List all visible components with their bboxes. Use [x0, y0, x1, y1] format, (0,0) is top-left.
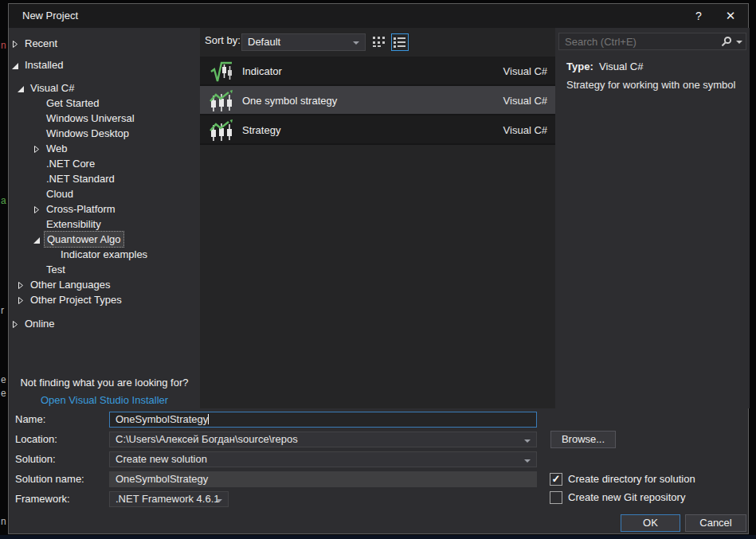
search-input[interactable]	[559, 33, 715, 49]
tree-indent	[33, 115, 44, 123]
search-icon[interactable]	[720, 35, 733, 50]
collapsed-arrow-icon[interactable]	[11, 320, 22, 328]
expanded-arrow-icon[interactable]	[33, 236, 44, 244]
tree-indent	[33, 221, 44, 228]
tree-indent	[33, 130, 44, 138]
open-installer-link[interactable]: Open Visual Studio Installer	[9, 394, 200, 406]
type-label: Type:	[566, 61, 593, 72]
sidebar-item-label: Test	[44, 262, 68, 277]
list-icon	[393, 35, 407, 49]
search-box	[558, 33, 746, 50]
text-caret	[208, 414, 209, 424]
sidebar-item-cloud[interactable]: Cloud	[9, 186, 200, 201]
template-name: Indicator	[242, 57, 282, 86]
collapsed-arrow-icon[interactable]	[17, 296, 28, 304]
indicator-icon	[210, 60, 233, 84]
browse-button[interactable]: Browse...	[550, 431, 616, 448]
background-text-fragment: n	[1, 516, 6, 527]
sidebar-item-other-project-types[interactable]: Other Project Types	[9, 292, 200, 307]
template-language: Visual C#	[503, 57, 547, 86]
location-combobox[interactable]: C:\Users\Алексей Богдан\source\repos	[109, 432, 537, 447]
sidebar-item-label: Cloud	[44, 186, 76, 201]
list-view-button[interactable]	[391, 33, 409, 51]
framework-label: Framework:	[15, 491, 70, 507]
template-row-indicator[interactable]: IndicatorVisual C#	[200, 57, 555, 86]
details-panel: Type: Visual C# Strategy for working wit…	[555, 28, 750, 408]
sidebar-item-test[interactable]: Test	[9, 262, 200, 277]
collapsed-arrow-icon[interactable]	[11, 40, 22, 48]
cancel-button[interactable]: Cancel	[685, 514, 746, 532]
search-options-chevron-icon[interactable]	[736, 41, 742, 44]
create-directory-label: Create directory for solution	[568, 473, 695, 486]
close-icon[interactable]: ✕	[718, 4, 743, 28]
chevron-down-icon	[524, 439, 531, 443]
solution-combobox[interactable]: Create new solution	[109, 451, 537, 467]
not-finding-text: Not finding what you are looking for?	[9, 377, 200, 389]
sidebar-item-label: Get Started	[44, 96, 101, 111]
dialog-title: New Project	[22, 4, 78, 28]
expanded-arrow-icon[interactable]	[17, 84, 28, 92]
ok-button[interactable]: OK	[621, 514, 680, 532]
create-git-repo-label: Create new Git repository	[568, 491, 685, 504]
indicator-icon	[210, 60, 233, 84]
sort-by-label: Sort by:	[205, 32, 241, 49]
create-directory-checkbox[interactable]	[550, 473, 562, 486]
sidebar-item-other-languages[interactable]: Other Languages	[9, 277, 200, 292]
sidebar-item-get-started[interactable]: Get Started	[9, 96, 200, 111]
tree-indent	[33, 100, 44, 107]
background-text-fragment: n	[1, 40, 6, 51]
sidebar-item-label: Other Project Types	[28, 292, 124, 307]
sidebar-item-windows-universal[interactable]: Windows Universal	[9, 111, 200, 126]
template-row-one-symbol-strategy[interactable]: One symbol strategyVisual C#	[200, 86, 555, 115]
sidebar-item-installed[interactable]: Installed	[9, 57, 200, 72]
sidebar-item-label: Online	[22, 316, 57, 331]
framework-combobox[interactable]: .NET Framework 4.6.1	[109, 491, 229, 507]
category-tree: RecentInstalledVisual C#Get StartedWindo…	[9, 28, 200, 331]
solution-name-label: Solution name:	[15, 471, 84, 487]
chevron-down-icon	[524, 459, 531, 463]
tiles-icon	[372, 35, 386, 49]
sidebar-item-web[interactable]: Web	[9, 141, 200, 156]
sidebar-item-label: Web	[44, 141, 70, 156]
sidebar-item-indicator-examples[interactable]: Indicator examples	[9, 247, 200, 262]
template-list: IndicatorVisual C#One symbol strategyVis…	[200, 57, 555, 145]
sidebar-item-net-standard[interactable]: .NET Standard	[9, 171, 200, 186]
name-input[interactable]: OneSymbolStrategy	[109, 412, 537, 428]
collapsed-arrow-icon[interactable]	[33, 145, 44, 153]
background-text-fragment: a	[1, 195, 6, 206]
sidebar-item-quantower-algo[interactable]: Quantower Algo	[9, 232, 200, 247]
background-text-fragment: e	[1, 388, 6, 399]
sidebar-item-recent[interactable]: Recent	[9, 36, 200, 51]
tree-indent	[47, 251, 58, 259]
sidebar-item-label: Windows Universal	[44, 111, 137, 126]
sidebar-item-online[interactable]: Online	[9, 316, 200, 331]
sidebar-item-visual-c[interactable]: Visual C#	[9, 80, 200, 96]
template-row-strategy[interactable]: StrategyVisual C#	[200, 115, 555, 145]
sort-by-dropdown[interactable]: Default	[241, 33, 366, 51]
sidebar-item-windows-desktop[interactable]: Windows Desktop	[9, 126, 200, 141]
strategy-icon	[210, 119, 233, 143]
collapsed-arrow-icon[interactable]	[17, 281, 28, 289]
template-language: Visual C#	[503, 86, 547, 115]
collapsed-arrow-icon[interactable]	[33, 205, 44, 213]
small-icons-view-button[interactable]	[372, 35, 388, 51]
solution-name-input[interactable]: OneSymbolStrategy	[109, 471, 537, 487]
sidebar-item-label: Windows Desktop	[44, 126, 131, 141]
sidebar-item-label: Installed	[22, 57, 65, 72]
sidebar-item-net-core[interactable]: .NET Core	[9, 156, 200, 171]
template-name: One symbol strategy	[242, 86, 337, 115]
sidebar-item-extensibility[interactable]: Extensibility	[9, 217, 200, 232]
help-button[interactable]: ?	[686, 4, 711, 28]
expanded-arrow-icon[interactable]	[11, 61, 22, 69]
sidebar-item-label: Indicator examples	[58, 247, 150, 262]
sidebar-item-label: Other Languages	[28, 277, 112, 292]
sidebar-item-label: Cross-Platform	[44, 201, 118, 217]
sidebar-item-cross-platform[interactable]: Cross-Platform	[9, 201, 200, 217]
strategy-icon	[210, 89, 233, 113]
template-language: Visual C#	[503, 115, 547, 145]
create-git-repo-checkbox[interactable]	[550, 491, 562, 504]
template-description: Strategy for working with one symbol	[566, 79, 735, 91]
background-status-strip	[0, 535, 756, 539]
tree-indent	[33, 175, 44, 183]
sort-by-value: Default	[248, 36, 280, 48]
